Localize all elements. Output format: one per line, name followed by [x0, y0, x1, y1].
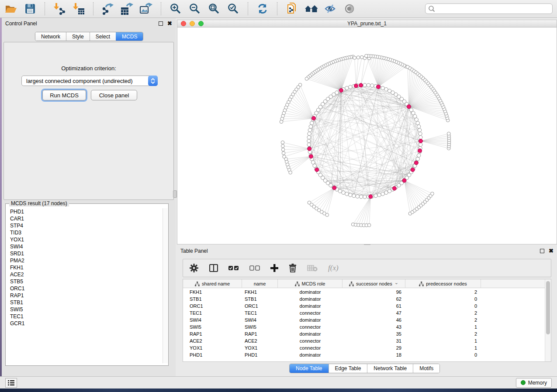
network-node[interactable] — [370, 84, 374, 87]
table-cell[interactable]: SWI4 — [183, 316, 242, 323]
table-row[interactable]: PHD1PHD1dominator180 — [183, 351, 545, 358]
table-cell[interactable]: dominator — [278, 330, 343, 337]
mcds-result-item[interactable]: PMA2 — [10, 257, 163, 264]
table-cell[interactable]: FKH1 — [242, 289, 278, 296]
network-node[interactable] — [308, 132, 311, 135]
save-session-icon[interactable] — [24, 2, 37, 15]
import-network-icon[interactable] — [53, 2, 66, 15]
mcds-result-item[interactable]: CAR1 — [10, 215, 163, 222]
table-cell[interactable]: SWI5 — [242, 323, 278, 330]
table-row[interactable]: YOX1YOX1connector291 — [183, 344, 545, 351]
table-cell[interactable]: 62 — [343, 296, 405, 303]
network-node[interactable] — [281, 141, 284, 144]
mcds-hub-node[interactable] — [354, 84, 358, 88]
network-node[interactable] — [384, 88, 388, 91]
column-header-successor-nodes[interactable]: successor nodes⌄ — [343, 279, 405, 288]
table-cell[interactable]: 1 — [405, 344, 481, 351]
column-header-predecessor-nodes[interactable]: predecessor nodes — [405, 279, 481, 288]
close-panel-button[interactable]: Close panel — [91, 90, 137, 100]
memory-button[interactable]: Memory — [516, 378, 552, 388]
mcds-result-item[interactable]: RAP1 — [10, 292, 163, 299]
network-node[interactable] — [417, 125, 420, 128]
network-node[interactable] — [281, 144, 285, 148]
mcds-result-list[interactable]: PHD1CAR1STP4TID3YOX1SWI4SRD1PMA2FKH1ACE2… — [6, 208, 163, 363]
network-node[interactable] — [325, 213, 329, 217]
zoom-fit-icon[interactable] — [208, 2, 221, 15]
table-cell[interactable]: RAP1 — [242, 330, 278, 337]
network-node[interactable] — [416, 157, 419, 161]
network-node[interactable] — [416, 121, 419, 125]
mcds-result-item[interactable]: YOX1 — [10, 236, 163, 243]
network-node[interactable] — [305, 77, 308, 81]
mcds-hub-node[interactable] — [309, 155, 313, 158]
mcds-hub-node[interactable] — [369, 195, 373, 199]
network-node[interactable] — [374, 194, 377, 197]
import-table-icon[interactable] — [72, 2, 85, 15]
table-cell[interactable]: 0 — [405, 303, 481, 309]
mcds-hub-node[interactable] — [419, 139, 423, 143]
mcds-result-item[interactable]: PHD1 — [10, 208, 163, 215]
table-settings-gear-icon[interactable] — [189, 263, 199, 273]
network-node[interactable] — [367, 224, 371, 227]
network-node[interactable] — [419, 143, 422, 146]
network-node[interactable] — [282, 151, 285, 155]
network-node[interactable] — [417, 154, 420, 157]
mcds-result-item[interactable]: TID3 — [10, 229, 163, 236]
table-cell[interactable]: 31 — [343, 337, 405, 344]
network-node[interactable] — [356, 195, 359, 198]
network-node[interactable] — [349, 85, 352, 89]
table-cell[interactable]: 18 — [343, 351, 405, 358]
table-cell[interactable]: connector — [278, 323, 343, 330]
network-node[interactable] — [365, 54, 368, 58]
table-cell[interactable]: 2 — [405, 330, 481, 337]
mcds-hub-node[interactable] — [312, 116, 316, 120]
open-file-icon[interactable] — [4, 2, 17, 15]
table-cell[interactable]: 0 — [405, 296, 481, 303]
hide-selected-icon[interactable] — [324, 2, 337, 15]
mcds-hub-node[interactable] — [332, 186, 336, 190]
new-network-from-selection-icon[interactable] — [285, 2, 298, 15]
table-cell[interactable]: ACE2 — [183, 337, 242, 344]
table-cell[interactable]: SWI5 — [183, 323, 242, 330]
network-node[interactable] — [281, 148, 285, 151]
network-node[interactable] — [363, 195, 367, 199]
delete-table-icon[interactable] — [307, 265, 318, 272]
table-cell[interactable]: 2 — [405, 289, 481, 296]
mcds-hub-node[interactable] — [392, 186, 396, 190]
table-cell[interactable]: RAP1 — [183, 330, 242, 337]
mcds-hub-node[interactable] — [407, 105, 411, 109]
network-node[interactable] — [387, 89, 391, 93]
table-cell[interactable]: STB1 — [242, 296, 278, 303]
table-cell[interactable]: 35 — [343, 330, 405, 337]
node-table-scrollbar[interactable] — [545, 279, 551, 361]
table-cell[interactable]: 2 — [405, 316, 481, 323]
table-cell[interactable]: ORC1 — [183, 303, 242, 309]
mcds-hub-node[interactable] — [339, 88, 343, 92]
network-node[interactable] — [338, 189, 342, 193]
table-cell[interactable]: dominator — [278, 296, 343, 303]
network-node[interactable] — [311, 161, 315, 164]
export-image-icon[interactable] — [140, 2, 153, 15]
network-node[interactable] — [431, 192, 434, 196]
network-node[interactable] — [280, 120, 283, 124]
table-row[interactable]: ACE2ACE2connector311 — [183, 337, 545, 344]
network-node[interactable] — [289, 171, 292, 174]
zoom-selected-icon[interactable] — [227, 2, 240, 15]
mcds-hub-node[interactable] — [414, 161, 418, 165]
zoom-in-icon[interactable] — [169, 2, 182, 15]
table-cell[interactable]: 1 — [405, 323, 481, 330]
mcds-result-item[interactable]: STP4 — [10, 222, 163, 229]
mcds-hub-node[interactable] — [402, 179, 406, 182]
go-home-icon[interactable] — [304, 2, 318, 15]
table-cell[interactable]: 0 — [405, 351, 481, 358]
table-cell[interactable]: connector — [278, 344, 343, 351]
mcds-result-item[interactable]: GCR1 — [10, 320, 163, 327]
mcds-result-item[interactable]: SWI4 — [10, 243, 163, 250]
zoom-out-icon[interactable] — [188, 2, 201, 15]
mcds-result-item[interactable]: ACE2 — [10, 271, 163, 278]
export-table-icon[interactable] — [121, 2, 134, 15]
mcds-result-item[interactable]: STB5 — [10, 278, 163, 285]
column-header-MCDS-role[interactable]: MCDS role — [278, 279, 343, 288]
mcds-result-item[interactable]: SWI5 — [10, 306, 163, 313]
table-cell[interactable]: 43 — [343, 323, 405, 330]
